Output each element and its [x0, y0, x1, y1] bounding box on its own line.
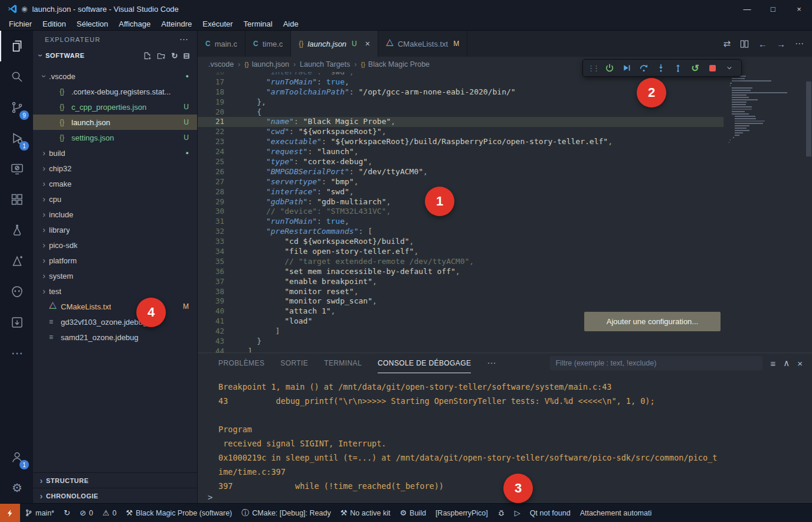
code-line-33[interactable]: 33"cd ${workspaceRoot}/build",	[198, 237, 723, 247]
chevron-down-icon[interactable]	[722, 61, 737, 75]
minimize-button[interactable]: —	[734, 0, 760, 18]
activity-analysis[interactable]	[0, 246, 33, 276]
explorer-more-icon[interactable]: ⋯	[179, 34, 189, 45]
tab-launch-json[interactable]: {}launch.jsonU×	[291, 31, 378, 57]
remote-indicator[interactable]	[0, 504, 20, 522]
step-out-button[interactable]	[670, 61, 686, 75]
status-item-bug[interactable]	[493, 504, 510, 522]
console-filter-input[interactable]	[550, 356, 762, 370]
code-line-27[interactable]: 27"servertype": "bmp",	[198, 177, 723, 187]
tab-cmakelists-txt[interactable]: CMakeLists.txtM	[378, 31, 467, 57]
filter-lines-icon[interactable]: ≡	[770, 358, 775, 368]
status-item-sync[interactable]: ↻	[59, 504, 75, 522]
code-line-25[interactable]: 25"type": "cortex-debug",	[198, 157, 723, 167]
activity-search[interactable]	[0, 61, 33, 92]
split-editor-icon[interactable]	[740, 40, 749, 48]
menu-item-fichier[interactable]: Fichier	[4, 19, 37, 29]
run-to-cursor-button[interactable]	[619, 61, 634, 75]
tree-item-launch-json[interactable]: {}launch.jsonU	[33, 115, 197, 130]
status-item-build[interactable]: ⚙Build	[395, 504, 430, 522]
activity-remote-explorer[interactable]	[0, 154, 33, 184]
code-line-22[interactable]: 22"cwd": "${workspaceRoot}",	[198, 127, 723, 137]
status-item-qt-not-found[interactable]: Qt not found	[525, 504, 575, 522]
tree-item-build[interactable]: ›build●	[33, 145, 197, 161]
status-item-attachement-automati[interactable]: Attachement automati	[575, 504, 657, 522]
activity-settings[interactable]: ⚙	[0, 472, 33, 503]
code-line-28[interactable]: 28"interface": "swd",	[198, 187, 723, 197]
code-line-35[interactable]: 35// "target extended-remote /dev/ttyACM…	[198, 257, 723, 267]
code-line-44[interactable]: 44]	[198, 347, 723, 353]
tree-item-cpu[interactable]: ›cpu	[33, 191, 197, 207]
code-line-29[interactable]: 29"gdbPath": "gdb-multiarch",	[198, 197, 723, 207]
menu-item-affichage[interactable]: Affichage	[113, 19, 156, 29]
breadcrumb-item-launch-json[interactable]: {}launch.json	[244, 60, 289, 68]
panel-more-icon[interactable]: ⋯	[487, 358, 496, 368]
activity-test-explorer[interactable]	[0, 215, 33, 246]
activity-package[interactable]	[0, 307, 33, 338]
code-line-34[interactable]: 34"file open-story-teller.elf",	[198, 247, 723, 257]
menu-item-s-lection[interactable]: Sélection	[71, 19, 113, 29]
new-folder-icon[interactable]	[157, 51, 166, 60]
status-item-0[interactable]: ⊘0	[75, 504, 98, 522]
status-item-black-magic-probe-software[interactable]: ⚒Black Magic Probe (software)	[121, 504, 237, 522]
code-line-36[interactable]: 36"set mem inaccessible-by-default off",	[198, 267, 723, 277]
close-panel-icon[interactable]: ×	[797, 358, 803, 368]
more-actions-icon[interactable]: ⋯	[795, 38, 804, 49]
panel-tab-terminal[interactable]: TERMINAL	[324, 353, 362, 373]
tree-item-cmake[interactable]: ›cmake	[33, 176, 197, 191]
code-line-32[interactable]: 32"preRestartCommands": [	[198, 227, 723, 237]
restart-button[interactable]: ↺	[687, 61, 703, 75]
status-item-raspberrypico[interactable]: [RaspberryPico]	[431, 504, 493, 522]
status-item-main[interactable]: main*	[20, 504, 59, 522]
close-button[interactable]: ×	[786, 0, 812, 18]
navigate-forward-icon[interactable]: →	[777, 39, 785, 49]
vertical-scrollbar[interactable]	[806, 81, 811, 156]
tab-time-c[interactable]: Ctime.c	[245, 31, 291, 57]
tree-item-chip32[interactable]: ›chip32	[33, 161, 197, 176]
tree-item-settings-json[interactable]: {}settings.jsonU	[33, 130, 197, 145]
menu-item-ex-cuter[interactable]: Exécuter	[197, 19, 238, 29]
menu-item-edition[interactable]: Edition	[37, 19, 71, 29]
panel-tab-console-de-d-bogage[interactable]: CONSOLE DE DÉBOGAGE	[378, 353, 471, 373]
maximize-panel-icon[interactable]: ∧	[783, 358, 790, 368]
tree-item-cmakelists-txt[interactable]: CMakeLists.txtM	[33, 299, 197, 314]
code-line-24[interactable]: 24"request": "launch",	[198, 147, 723, 157]
tree-item-pico-sdk[interactable]: ›pico-sdk	[33, 237, 197, 253]
code-line-26[interactable]: 26"BMPGDBSerialPort": "/dev/ttyACM0",	[198, 167, 723, 177]
activity-extensions[interactable]	[0, 184, 33, 215]
tree-item-cortex-debug-registers-stat[interactable]: {}.cortex-debug.registers.stat...	[33, 84, 197, 99]
step-over-button[interactable]	[636, 61, 651, 75]
code-line-43[interactable]: 43}	[198, 337, 723, 347]
console-prompt[interactable]: >	[208, 492, 212, 502]
menu-item-aide[interactable]: Aide	[278, 19, 304, 29]
code-line-20[interactable]: 20{	[198, 107, 723, 118]
code-line-30[interactable]: 30// "device": "STM32L431VC",	[198, 207, 723, 217]
close-icon[interactable]: ×	[365, 39, 370, 48]
tree-item-vscode[interactable]: ›.vscode●	[33, 68, 197, 84]
tree-item-platform[interactable]: ›platform	[33, 253, 197, 268]
menu-item-terminal[interactable]: Terminal	[238, 19, 278, 29]
activity-source-control[interactable]: 9	[0, 92, 33, 123]
maximize-button[interactable]: □	[760, 0, 786, 18]
minimap[interactable]	[727, 72, 805, 353]
navigate-back-icon[interactable]: ←	[758, 39, 767, 49]
chevron-down-icon[interactable]: ›	[36, 51, 45, 61]
power-button[interactable]	[602, 61, 617, 75]
tree-item-test[interactable]: ›test	[33, 283, 197, 299]
activity-account[interactable]: 1	[0, 442, 33, 472]
breadcrumb-item-launch-targets[interactable]: Launch Targets	[300, 60, 350, 68]
tab-main-c[interactable]: Cmain.c	[198, 31, 245, 57]
breadcrumb-item-black-magic-probe[interactable]: {}Black Magic Probe	[361, 60, 430, 68]
status-item-no-active-kit[interactable]: ⚒No active kit	[336, 504, 395, 522]
code-line-31[interactable]: 31"runToMain": true,	[198, 217, 723, 227]
new-file-icon[interactable]	[143, 51, 152, 60]
code-line-23[interactable]: 23"executable": "${workspaceRoot}/build/…	[198, 137, 723, 147]
code-editor[interactable]: 16"interface": "swd",17"runToMain": true…	[198, 72, 812, 353]
menu-item-atteindre[interactable]: Atteindre	[156, 19, 197, 29]
tree-item-include[interactable]: ›include	[33, 207, 197, 222]
add-configuration-button[interactable]: Ajouter une configuration...	[584, 312, 721, 331]
tree-item-c-cpp-properties-json[interactable]: {}c_cpp_properties.jsonU	[33, 99, 197, 115]
tree-item-system[interactable]: ›system	[33, 268, 197, 283]
panel-tab-probl-mes[interactable]: PROBLÈMES	[218, 353, 264, 373]
section-chronologie[interactable]: ›CHRONOLOGIE	[33, 488, 197, 503]
